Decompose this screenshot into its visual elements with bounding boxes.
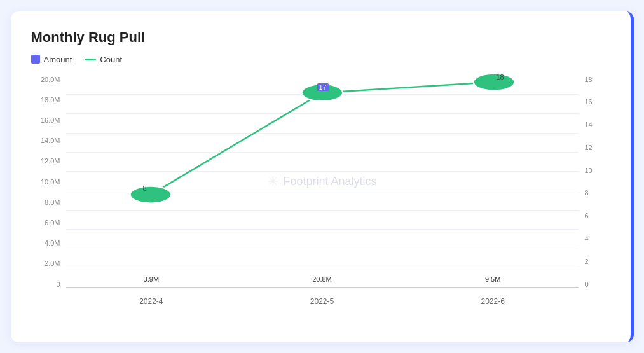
legend-count-line: [85, 59, 96, 60]
y-axis-right: 0 2 4 6 8 10 12 14 16 18: [581, 76, 610, 288]
legend-amount-box: [31, 55, 40, 64]
count-label-1: 17: [317, 83, 329, 91]
dot-2: [473, 73, 514, 90]
legend-count-label: Count: [100, 55, 122, 64]
x-label-2: 2022-6: [481, 297, 504, 306]
count-label-2: 18: [497, 73, 504, 81]
x-label-1: 2022-5: [310, 297, 334, 306]
chart-card: Monthly Rug Pull Amount Count 0 2.0M 4.0…: [11, 11, 634, 342]
chart-inner: ✳ Footprint Analytics 3.9M 20.8M: [66, 76, 579, 288]
dot-0: [130, 186, 170, 203]
chart-legend: Amount Count: [31, 55, 610, 64]
chart-title: Monthly Rug Pull: [31, 29, 610, 46]
legend-amount-label: Amount: [44, 55, 72, 64]
legend-amount: Amount: [31, 55, 72, 64]
x-axis: 2022-4 2022-5 2022-6: [66, 297, 579, 306]
legend-count: Count: [85, 55, 122, 64]
chart-area: 0 2.0M 4.0M 6.0M 8.0M 10.0M 12.0M 14.0M …: [31, 76, 610, 311]
y-axis-left: 0 2.0M 4.0M 6.0M 8.0M 10.0M 12.0M 14.0M …: [31, 76, 64, 288]
line-chart-svg: [66, 76, 579, 288]
count-label-0: 8: [142, 184, 146, 192]
x-label-0: 2022-4: [139, 297, 163, 306]
